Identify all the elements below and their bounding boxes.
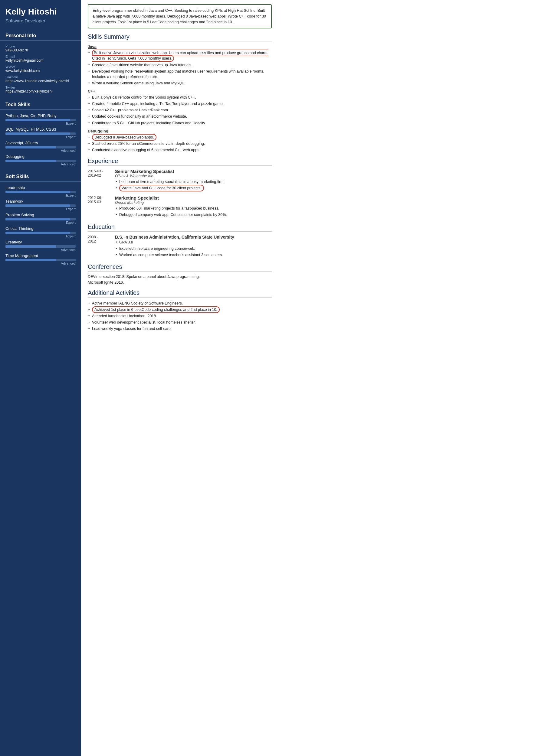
skill-time-management-bar-fill xyxy=(6,259,56,261)
java-title: Java xyxy=(88,44,272,49)
skill-creativity-level: Advanced xyxy=(6,248,76,252)
skill-time-management-level: Advanced xyxy=(6,261,76,265)
skill-javascript-level: Advanced xyxy=(6,149,76,152)
debugging-bullet-1: Debugged 8 Java-based web apps. xyxy=(88,135,272,140)
skill-teamwork: Teamwork Expert xyxy=(0,198,81,211)
skill-sql-bar-bg xyxy=(6,132,76,135)
soft-skills-section: Soft Skills Leadership Expert Teamwork E… xyxy=(0,169,81,268)
skill-python-bar-bg xyxy=(6,119,76,121)
java-bullet-1: Built native Java data visualization web… xyxy=(88,50,272,61)
cpp-title: C++ xyxy=(88,89,272,94)
additional-bullet-4: Volunteer web development specialist, lo… xyxy=(88,320,272,325)
java-bullets: Built native Java data visualization web… xyxy=(88,50,272,86)
skill-javascript: Javascript, JQuery Advanced xyxy=(0,139,81,153)
exp-bullet-2-1: Produced 60+ marketing projects for a fa… xyxy=(115,206,272,211)
skill-leadership-label: Leadership xyxy=(6,185,76,190)
skill-python-label: Python, Java, C#, PHP, Ruby xyxy=(6,113,76,118)
debugging-bullets: Debugged 8 Java-based web apps. Slashed … xyxy=(88,135,272,153)
debugging-highlight-1: Debugged 8 Java-based web apps. xyxy=(92,134,156,141)
additional-bullet-3: Attended lumohacks Hackathon, 2018. xyxy=(88,313,272,319)
skill-python-level: Expert xyxy=(6,122,76,125)
www-value: www.kellyhitoshi.com xyxy=(6,68,76,73)
personal-info-title: Personal Info xyxy=(0,31,81,41)
www-label: WWW xyxy=(6,65,76,68)
exp-dates-2: 2012-06 -2015-03 xyxy=(88,195,115,218)
skill-debugging-label: Debugging xyxy=(6,154,76,159)
linkedin-label: LinkedIn xyxy=(6,75,76,79)
exp-dates-1: 2015-03 -2019-02 xyxy=(88,169,115,192)
additional-bullet-1: Active member IAENG Society of Software … xyxy=(88,301,272,306)
skill-critical-thinking-level: Expert xyxy=(6,234,76,238)
skill-time-management: Time Management Advanced xyxy=(0,252,81,266)
experience-title: Experience xyxy=(88,157,272,166)
soft-skills-title: Soft Skills xyxy=(0,172,81,182)
edu-title-1: B.S. in Business Administration, Califor… xyxy=(115,235,272,239)
skill-creativity: Creativity Advanced xyxy=(0,239,81,252)
skill-problem-solving-bar-bg xyxy=(6,218,76,221)
twitter-value: https://twitter.com/kellyhitoshi xyxy=(6,89,76,94)
cpp-bullets: Built a physical remote control for the … xyxy=(88,94,272,126)
candidate-title: Software Developer xyxy=(6,18,76,23)
exp-bullets-2: Produced 60+ marketing projects for a fa… xyxy=(115,206,272,217)
exp-company-2: Orinco Marketing xyxy=(115,201,272,205)
skill-critical-thinking-bar-bg xyxy=(6,231,76,234)
skill-sql-level: Expert xyxy=(6,135,76,139)
sidebar: Kelly Hitoshi Software Developer Persona… xyxy=(0,0,81,756)
java-bullet-2: Created a Java-driven website that serve… xyxy=(88,62,272,68)
additional-highlight-2: Achieved 1st place in 6 LeetCode coding … xyxy=(92,306,220,313)
skill-leadership-bar-fill xyxy=(6,191,70,193)
email-label: E-mail xyxy=(6,55,76,58)
skill-creativity-bar-fill xyxy=(6,245,56,248)
cpp-bullet-5: Contributed to 5 C++ GitHub projects, in… xyxy=(88,121,272,126)
skill-javascript-bar-bg xyxy=(6,146,76,148)
phone-label: Phone xyxy=(6,44,76,48)
skill-leadership-bar-bg xyxy=(6,191,76,193)
www-info: WWW www.kellyhitoshi.com xyxy=(0,64,81,74)
cpp-bullet-1: Built a physical remote control for the … xyxy=(88,94,272,100)
edu-bullets-1: GPA 3.8 Excelled in software engineering… xyxy=(115,239,272,257)
java-highlight-1: Built native Java data visualization web… xyxy=(92,50,268,62)
skill-time-management-label: Time Management xyxy=(6,254,76,258)
skill-leadership: Leadership Expert xyxy=(0,184,81,198)
skill-creativity-label: Creativity xyxy=(6,240,76,244)
experience-item-2: 2012-06 -2015-03 Marketing Specialist Or… xyxy=(88,195,272,218)
education-title: Education xyxy=(88,224,272,231)
java-bullet-3: Developed working hotel reservation syst… xyxy=(88,68,272,80)
sidebar-header: Kelly Hitoshi Software Developer xyxy=(0,0,81,28)
skill-leadership-level: Expert xyxy=(6,194,76,197)
edu-content-1: B.S. in Business Administration, Califor… xyxy=(115,235,272,258)
skill-python-bar-fill xyxy=(6,119,70,121)
skill-sql-label: SQL, MySQL, HTML5, CSS3 xyxy=(6,127,76,132)
skill-debugging-level: Advanced xyxy=(6,162,76,166)
additional-title: Additional Activities xyxy=(88,289,272,298)
linkedin-info: LinkedIn https://www.linkedin.com/in/kel… xyxy=(0,74,81,84)
conference-1: DEVintersection 2018. Spoke on a panel a… xyxy=(88,275,272,279)
skill-teamwork-level: Expert xyxy=(6,207,76,211)
education-item-1: 2008 -2012 B.S. in Business Administrati… xyxy=(88,235,272,258)
skill-creativity-bar-bg xyxy=(6,245,76,248)
skill-critical-thinking: Critical Thinking Expert xyxy=(0,225,81,239)
exp-title-1: Senior Marketing Specialist xyxy=(115,169,272,174)
skill-sql-bar-fill xyxy=(6,132,70,135)
skill-critical-thinking-label: Critical Thinking xyxy=(6,226,76,231)
additional-bullet-5: Lead weekly yoga classes for fun and sel… xyxy=(88,326,272,332)
exp-content-2: Marketing Specialist Orinco Marketing Pr… xyxy=(115,195,272,218)
linkedin-value: https://www.linkedin.com/in/kelly-hitosh… xyxy=(6,79,76,83)
exp-company-1: O'Neil & Watanabe Inc. xyxy=(115,174,272,178)
exp-bullet-2-2: Debugged company web app. Cut customer c… xyxy=(115,212,272,217)
skill-problem-solving-bar-fill xyxy=(6,218,70,221)
skill-debugging-bar-bg xyxy=(6,160,76,162)
exp-bullets-1: Led team of five marketing specialists i… xyxy=(115,179,272,191)
summary-text: Entry-level programmer skilled in Java a… xyxy=(93,9,266,24)
debugging-bullet-2: Slashed errors 25% for an eCommerce site… xyxy=(88,141,272,147)
exp-bullet-1-2: Wrote Java and C++ code for 30 client pr… xyxy=(115,185,272,191)
tech-skills-section: Tech Skills Python, Java, C#, PHP, Ruby … xyxy=(0,96,81,169)
cpp-bullet-3: Solved 42 C++ problems at HackerRank.com… xyxy=(88,107,272,113)
skill-debugging: Debugging Advanced xyxy=(0,153,81,167)
twitter-label: Twitter xyxy=(6,86,76,89)
debugging-title: Debugging xyxy=(88,129,272,133)
exp-highlight-1-2: Wrote Java and C++ code for 30 client pr… xyxy=(119,185,204,191)
skill-javascript-label: Javascript, JQuery xyxy=(6,141,76,145)
skill-teamwork-label: Teamwork xyxy=(6,199,76,203)
experience-item-1: 2015-03 -2019-02 Senior Marketing Specia… xyxy=(88,169,272,192)
